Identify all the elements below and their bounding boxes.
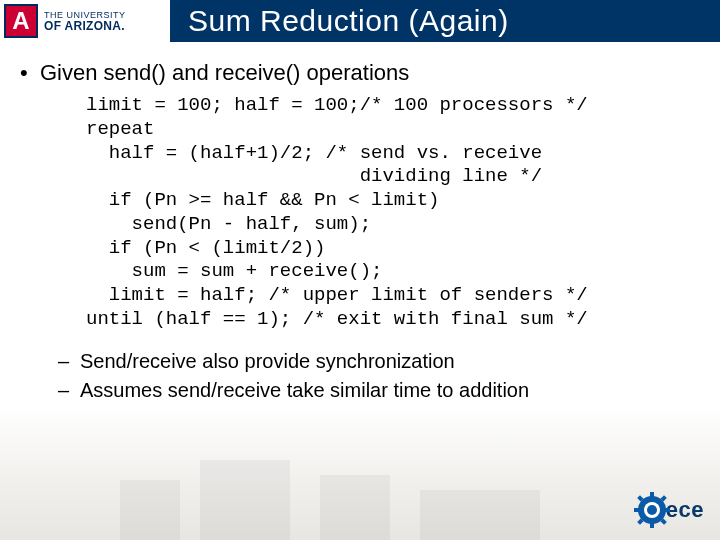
svg-point-2 bbox=[647, 505, 657, 515]
header-bar: A THE UNIVERSITY OF ARIZONA. Sum Reducti… bbox=[0, 0, 720, 42]
dash-icon: – bbox=[58, 379, 80, 402]
subbullet-2-text: Assumes send/receive take similar time t… bbox=[80, 379, 529, 402]
slide-title: Sum Reduction (Again) bbox=[188, 4, 509, 38]
ece-text: ece bbox=[666, 497, 704, 523]
svg-rect-4 bbox=[650, 522, 654, 528]
university-logo: A THE UNIVERSITY OF ARIZONA. bbox=[0, 0, 170, 42]
subbullet-1: – Send/receive also provide synchronizat… bbox=[58, 350, 704, 373]
svg-rect-3 bbox=[650, 492, 654, 498]
code-block: limit = 100; half = 100;/* 100 processor… bbox=[86, 94, 704, 332]
logo-line2: OF ARIZONA. bbox=[44, 20, 126, 32]
bullet-main: • Given send() and receive() operations bbox=[16, 60, 704, 86]
subbullet-1-text: Send/receive also provide synchronizatio… bbox=[80, 350, 455, 373]
bullet-dot-icon: • bbox=[16, 60, 40, 86]
footer-logo: ece bbox=[634, 492, 704, 528]
background-buildings bbox=[0, 420, 720, 540]
subbullet-2: – Assumes send/receive take similar time… bbox=[58, 379, 704, 402]
logo-a-block: A bbox=[4, 4, 38, 38]
dash-icon: – bbox=[58, 350, 80, 373]
slide-content: • Given send() and receive() operations … bbox=[0, 42, 720, 402]
bullet-main-text: Given send() and receive() operations bbox=[40, 60, 409, 86]
subbullets: – Send/receive also provide synchronizat… bbox=[58, 350, 704, 402]
logo-text: THE UNIVERSITY OF ARIZONA. bbox=[44, 11, 126, 32]
slide: A THE UNIVERSITY OF ARIZONA. Sum Reducti… bbox=[0, 0, 720, 540]
svg-rect-6 bbox=[664, 508, 670, 512]
gear-icon bbox=[634, 492, 670, 528]
svg-rect-5 bbox=[634, 508, 640, 512]
